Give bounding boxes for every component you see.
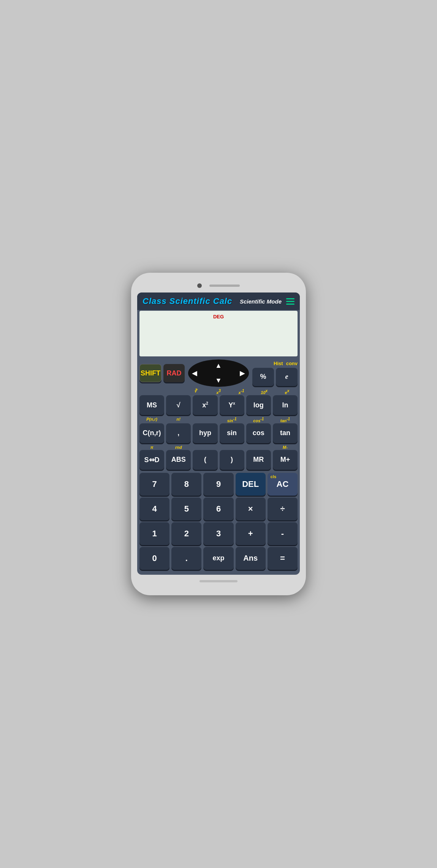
divide-button[interactable]: ÷: [268, 498, 298, 520]
keypad-area: SHIFT RAD ▲ ◀ ▶ ▼: [137, 356, 300, 574]
hist-conv-row: Hist conv: [252, 361, 298, 366]
yx-button[interactable]: Yx: [220, 395, 244, 415]
ln-button[interactable]: ln: [273, 395, 298, 415]
calc-display: DEG: [139, 311, 298, 356]
camera: [197, 283, 202, 288]
hamburger-line1: [286, 298, 294, 299]
lparen-button[interactable]: (: [193, 450, 217, 470]
rad-button[interactable]: RAD: [163, 364, 185, 382]
row4-buttons: 7 8 9 DEL cls AC: [139, 473, 298, 496]
header-right: Scientific Mode: [240, 298, 294, 305]
rparen-button[interactable]: ): [220, 450, 244, 470]
hamburger-line3: [286, 304, 294, 305]
plus-button[interactable]: +: [236, 522, 266, 545]
zero-button[interactable]: 0: [139, 547, 169, 570]
tan-button[interactable]: tan: [273, 423, 298, 443]
hist-label[interactable]: Hist: [274, 361, 283, 366]
sqrt-button[interactable]: √: [166, 395, 191, 415]
row1-buttons: MS √ x2 Yx log ln: [139, 395, 298, 415]
label-xinv: x-1: [231, 389, 252, 395]
comma-button[interactable]: ,: [166, 423, 191, 443]
mplus-button[interactable]: M+: [273, 450, 298, 470]
ms-button[interactable]: MS: [139, 395, 164, 415]
row3-labels: π rnd M-: [139, 445, 298, 450]
nav-center: ▲ ◀ ▶ ▼: [185, 359, 252, 387]
minus-button[interactable]: -: [268, 522, 298, 545]
label-asin: sin-1: [220, 417, 244, 423]
one-button[interactable]: 1: [139, 522, 169, 545]
row7-buttons: 0 . exp Ans =: [139, 547, 298, 570]
three-button[interactable]: 3: [203, 522, 233, 545]
conv-label[interactable]: conv: [286, 361, 298, 366]
nav-left-arrow[interactable]: ◀: [192, 369, 197, 377]
nav-left-btns: SHIFT RAD: [139, 364, 185, 382]
label-pi: π: [139, 445, 164, 450]
cls-label: cls: [271, 474, 276, 479]
ac-button[interactable]: cls AC: [268, 473, 298, 496]
hyp-button[interactable]: hyp: [193, 423, 217, 443]
seven-button[interactable]: 7: [139, 473, 169, 496]
log-button[interactable]: log: [246, 395, 271, 415]
row2-labels: P(n,r) n! sin-1 cos-1 tan-1: [139, 417, 298, 423]
hamburger-icon[interactable]: [286, 298, 294, 305]
percent-button[interactable]: %: [252, 368, 274, 386]
nine-button[interactable]: 9: [203, 473, 233, 496]
label-rnd: rnd: [166, 445, 191, 450]
label-x3: x3: [208, 389, 229, 395]
app-title: Class Scientific Calc: [142, 296, 232, 306]
label-mminus: M-: [273, 445, 298, 450]
equals-button[interactable]: =: [268, 547, 298, 570]
nav-right-arrow[interactable]: ▶: [240, 369, 245, 377]
hamburger-line2: [286, 301, 294, 302]
six-button[interactable]: 6: [203, 498, 233, 520]
speaker: [209, 285, 240, 287]
phone-top: [137, 280, 300, 293]
row2-buttons: C(n,r) , hyp sin cos tan: [139, 423, 298, 443]
row5-buttons: 4 5 6 × ÷: [139, 498, 298, 520]
label-atan: tan-1: [273, 417, 298, 423]
five-button[interactable]: 5: [171, 498, 201, 520]
dot-button[interactable]: .: [171, 547, 201, 570]
deg-label: DEG: [144, 314, 293, 320]
abs-button[interactable]: ABS: [166, 450, 191, 470]
cos-button[interactable]: cos: [246, 423, 271, 443]
mode-text: Scientific Mode: [240, 298, 282, 305]
del-button[interactable]: DEL: [236, 473, 266, 496]
nav-up-arrow[interactable]: ▲: [215, 362, 222, 370]
phone-frame: Class Scientific Calc Scientific Mode DE…: [131, 273, 306, 595]
label-pnr: P(n,r): [139, 417, 164, 423]
nav-oval: ▲ ◀ ▶ ▼: [188, 359, 249, 387]
ans-button[interactable]: Ans: [236, 547, 266, 570]
label-acos: cos-1: [246, 417, 271, 423]
mr-button[interactable]: MR: [246, 450, 271, 470]
exp-button[interactable]: exp: [203, 547, 233, 570]
row1-labels: ∛ x3 x-1 10x ex: [139, 389, 298, 395]
calculator-body: Class Scientific Calc Scientific Mode DE…: [137, 293, 300, 574]
four-button[interactable]: 4: [139, 498, 169, 520]
label-10x: 10x: [254, 389, 275, 395]
row3-buttons: S⇔D ABS ( ) MR M+: [139, 450, 298, 470]
nav-down-arrow[interactable]: ▼: [215, 377, 222, 385]
phone-bottom: [137, 575, 300, 584]
label-cbrt: ∛: [185, 389, 206, 395]
cnr-button[interactable]: C(n,r): [139, 423, 164, 443]
e-button[interactable]: e: [276, 368, 298, 386]
nav-area: SHIFT RAD ▲ ◀ ▶ ▼: [139, 359, 298, 387]
x2-button[interactable]: x2: [193, 395, 217, 415]
row6-buttons: 1 2 3 + -: [139, 522, 298, 545]
sin-button[interactable]: sin: [220, 423, 244, 443]
two-button[interactable]: 2: [171, 522, 201, 545]
multiply-button[interactable]: ×: [236, 498, 266, 520]
label-ex: ex: [277, 389, 298, 395]
eight-button[interactable]: 8: [171, 473, 201, 496]
label-nfact: n!: [166, 417, 191, 423]
nav-right-btns: Hist conv % e: [252, 361, 298, 386]
shift-button[interactable]: SHIFT: [139, 364, 162, 382]
home-bar: [200, 580, 238, 582]
sd-button[interactable]: S⇔D: [139, 450, 164, 470]
calc-header: Class Scientific Calc Scientific Mode: [137, 293, 300, 310]
